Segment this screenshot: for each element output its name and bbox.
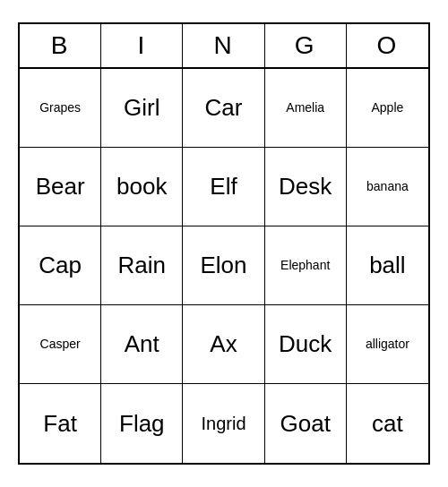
bingo-cell-13: Elephant (265, 226, 347, 305)
bingo-cell-17: Ax (183, 305, 264, 384)
bingo-cell-18: Duck (265, 305, 347, 384)
bingo-cell-11: Rain (101, 226, 183, 305)
bingo-cell-14: ball (347, 226, 428, 305)
cell-text-4: Apple (371, 101, 403, 115)
header-cell-g: G (265, 24, 347, 67)
cell-text-20: Fat (43, 411, 77, 437)
cell-text-22: Ingrid (201, 414, 246, 433)
cell-text-18: Duck (279, 331, 332, 357)
cell-text-19: alligator (366, 337, 409, 351)
cell-text-1: Girl (124, 95, 159, 121)
bingo-cell-12: Elon (183, 226, 264, 305)
bingo-grid: GrapesGirlCarAmeliaAppleBearbookElfDeskb… (20, 69, 428, 463)
cell-text-10: Cap (39, 252, 82, 278)
cell-text-3: Amelia (286, 101, 324, 115)
header-cell-i: I (101, 24, 183, 67)
cell-text-12: Elon (200, 252, 246, 278)
bingo-cell-4: Apple (347, 69, 428, 148)
bingo-cell-10: Cap (20, 226, 101, 305)
bingo-cell-5: Bear (20, 148, 101, 226)
cell-text-23: Goat (280, 411, 331, 437)
cell-text-0: Grapes (39, 101, 81, 115)
bingo-cell-23: Goat (265, 384, 347, 463)
cell-text-15: Casper (40, 337, 81, 351)
cell-text-8: Desk (279, 174, 332, 200)
bingo-cell-6: book (101, 148, 183, 226)
bingo-cell-3: Amelia (265, 69, 347, 148)
bingo-cell-7: Elf (183, 148, 264, 226)
cell-text-24: cat (372, 411, 403, 437)
bingo-cell-20: Fat (20, 384, 101, 463)
bingo-cell-24: cat (347, 384, 428, 463)
bingo-cell-15: Casper (20, 305, 101, 384)
bingo-cell-22: Ingrid (183, 384, 264, 463)
cell-text-6: book (116, 174, 167, 200)
bingo-card: BINGO GrapesGirlCarAmeliaAppleBearbookEl… (18, 22, 430, 465)
bingo-header: BINGO (20, 24, 428, 69)
cell-text-7: Elf (210, 174, 237, 200)
bingo-cell-21: Flag (101, 384, 183, 463)
cell-text-2: Car (205, 95, 243, 121)
cell-text-14: ball (369, 252, 405, 278)
bingo-cell-16: Ant (101, 305, 183, 384)
bingo-cell-2: Car (183, 69, 264, 148)
cell-text-11: Rain (118, 252, 166, 278)
cell-text-17: Ax (210, 331, 237, 357)
cell-text-9: banana (366, 180, 409, 193)
bingo-cell-9: banana (347, 148, 428, 226)
cell-text-5: Bear (36, 174, 85, 200)
cell-text-16: Ant (125, 331, 159, 357)
cell-text-13: Elephant (280, 259, 330, 272)
bingo-cell-1: Girl (101, 69, 183, 148)
header-cell-o: O (347, 24, 428, 67)
bingo-cell-19: alligator (347, 305, 428, 384)
header-cell-b: B (20, 24, 101, 67)
cell-text-21: Flag (119, 411, 165, 437)
bingo-cell-8: Desk (265, 148, 347, 226)
header-cell-n: N (183, 24, 264, 67)
bingo-cell-0: Grapes (20, 69, 101, 148)
